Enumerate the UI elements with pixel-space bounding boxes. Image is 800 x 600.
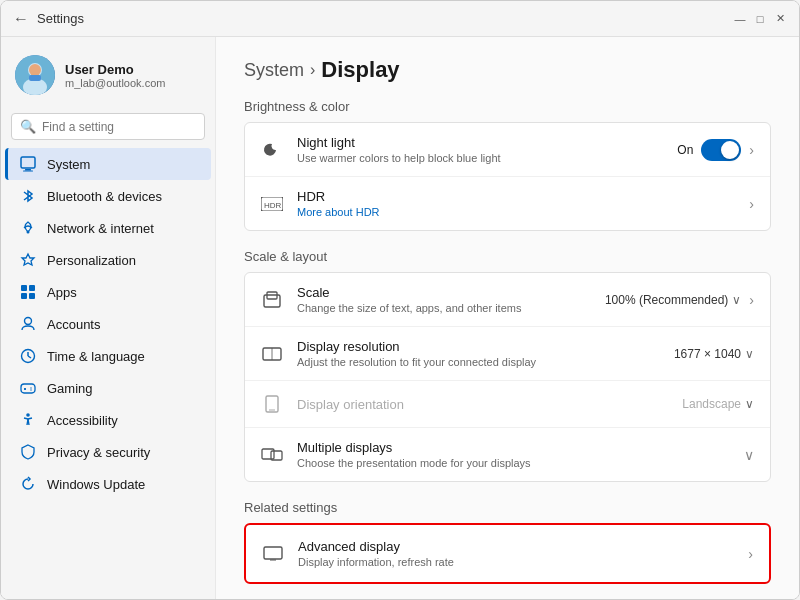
accessibility-icon xyxy=(19,411,37,429)
svg-point-13 xyxy=(25,318,32,325)
sidebar-item-personalization[interactable]: Personalization xyxy=(5,244,211,276)
sidebar-item-update[interactable]: Windows Update xyxy=(5,468,211,500)
hdr-link[interactable]: More about HDR xyxy=(297,206,380,218)
personalization-icon xyxy=(19,251,37,269)
user-email: m_lab@outlook.com xyxy=(65,77,165,89)
breadcrumb-parent[interactable]: System xyxy=(244,60,304,81)
sidebar-item-label-accessibility: Accessibility xyxy=(47,413,118,428)
sidebar-item-system[interactable]: System xyxy=(5,148,211,180)
svg-rect-17 xyxy=(21,384,35,393)
night-light-icon xyxy=(261,139,283,161)
advanced-display-text: Advanced display Display information, re… xyxy=(298,539,734,568)
scale-arrow: ∨ xyxy=(732,293,741,307)
hdr-chevron: › xyxy=(749,196,754,212)
scale-right[interactable]: 100% (Recommended) ∨ › xyxy=(605,292,754,308)
night-light-item[interactable]: Night light Use warmer colors to help bl… xyxy=(245,123,770,177)
section-title-scale: Scale & layout xyxy=(244,249,771,264)
orientation-select[interactable]: Landscape ∨ xyxy=(682,397,754,411)
close-button[interactable]: ✕ xyxy=(773,12,787,26)
orientation-text: Display orientation xyxy=(297,397,668,412)
apps-icon xyxy=(19,283,37,301)
svg-rect-11 xyxy=(21,293,27,299)
multiple-displays-item[interactable]: Multiple displays Choose the presentatio… xyxy=(245,428,770,481)
sidebar-item-accessibility[interactable]: Accessibility xyxy=(5,404,211,436)
advanced-display-item[interactable]: Advanced display Display information, re… xyxy=(246,525,769,582)
sidebar-item-label-network: Network & internet xyxy=(47,221,154,236)
night-light-toggle[interactable] xyxy=(701,139,741,161)
time-icon xyxy=(19,347,37,365)
hdr-item[interactable]: HDR HDR More about HDR › xyxy=(245,177,770,230)
search-input[interactable] xyxy=(42,120,196,134)
section-title-brightness: Brightness & color xyxy=(244,99,771,114)
minimize-button[interactable]: — xyxy=(733,12,747,26)
accounts-icon xyxy=(19,315,37,333)
resolution-item[interactable]: Display resolution Adjust the resolution… xyxy=(245,327,770,381)
hdr-title: HDR xyxy=(297,189,735,204)
bluetooth-icon xyxy=(19,187,37,205)
svg-rect-7 xyxy=(23,171,33,172)
privacy-icon xyxy=(19,443,37,461)
sidebar-item-gaming[interactable]: Gaming xyxy=(5,372,211,404)
resolution-arrow: ∨ xyxy=(745,347,754,361)
night-light-on-label: On xyxy=(677,143,693,157)
hdr-icon: HDR xyxy=(261,193,283,215)
resolution-select[interactable]: 1677 × 1040 ∨ xyxy=(674,347,754,361)
search-box[interactable]: 🔍 xyxy=(11,113,205,140)
orientation-right[interactable]: Landscape ∨ xyxy=(682,397,754,411)
resolution-right[interactable]: 1677 × 1040 ∨ xyxy=(674,347,754,361)
sidebar-item-label-system: System xyxy=(47,157,90,172)
svg-rect-33 xyxy=(264,547,282,559)
sidebar-item-network[interactable]: Network & internet xyxy=(5,212,211,244)
system-icon xyxy=(19,155,37,173)
scale-item[interactable]: Scale Change the size of text, apps, and… xyxy=(245,273,770,327)
svg-line-16 xyxy=(28,356,31,358)
user-profile: User Demo m_lab@outlook.com xyxy=(1,45,215,109)
night-light-right: On › xyxy=(677,139,754,161)
multiple-displays-expand[interactable]: ∨ xyxy=(744,447,754,463)
multiple-displays-text: Multiple displays Choose the presentatio… xyxy=(297,440,730,469)
titlebar: ← Settings — □ ✕ xyxy=(1,1,799,37)
sidebar-item-apps[interactable]: Apps xyxy=(5,276,211,308)
maximize-button[interactable]: □ xyxy=(753,12,767,26)
window-controls: — □ ✕ xyxy=(733,12,787,26)
back-button[interactable]: ← xyxy=(13,10,29,28)
multiple-displays-right: ∨ xyxy=(744,447,754,463)
sidebar-item-privacy[interactable]: Privacy & security xyxy=(5,436,211,468)
scale-card: Scale Change the size of text, apps, and… xyxy=(244,272,771,482)
scale-subtitle: Change the size of text, apps, and other… xyxy=(297,302,591,314)
scale-select[interactable]: 100% (Recommended) ∨ xyxy=(605,293,741,307)
night-light-chevron: › xyxy=(749,142,754,158)
svg-point-21 xyxy=(30,389,31,390)
multiple-displays-icon xyxy=(261,444,283,466)
gaming-icon xyxy=(19,379,37,397)
svg-text:HDR: HDR xyxy=(264,201,282,210)
advanced-display-chevron: › xyxy=(748,546,753,562)
svg-point-22 xyxy=(26,413,30,417)
advanced-display-subtitle: Display information, refresh rate xyxy=(298,556,734,568)
svg-rect-6 xyxy=(25,169,31,171)
scale-value: 100% (Recommended) xyxy=(605,293,728,307)
toggle-knob xyxy=(721,141,739,159)
sidebar-item-label-accounts: Accounts xyxy=(47,317,100,332)
sidebar-item-accounts[interactable]: Accounts xyxy=(5,308,211,340)
sidebar-item-label-personalization: Personalization xyxy=(47,253,136,268)
advanced-display-right: › xyxy=(748,546,753,562)
breadcrumb: System › Display xyxy=(244,57,771,83)
orientation-value: Landscape xyxy=(682,397,741,411)
orientation-item[interactable]: Display orientation Landscape ∨ xyxy=(245,381,770,428)
sidebar-item-label-apps: Apps xyxy=(47,285,77,300)
resolution-subtitle: Adjust the resolution to fit your connec… xyxy=(297,356,660,368)
svg-rect-10 xyxy=(29,285,35,291)
multiple-displays-subtitle: Choose the presentation mode for your di… xyxy=(297,457,730,469)
user-info: User Demo m_lab@outlook.com xyxy=(65,62,165,89)
user-name: User Demo xyxy=(65,62,165,77)
avatar xyxy=(15,55,55,95)
sidebar-item-time[interactable]: Time & language xyxy=(5,340,211,372)
sidebar-item-bluetooth[interactable]: Bluetooth & devices xyxy=(5,180,211,212)
search-icon: 🔍 xyxy=(20,119,36,134)
hdr-subtitle[interactable]: More about HDR xyxy=(297,206,735,218)
resolution-value: 1677 × 1040 xyxy=(674,347,741,361)
scale-title: Scale xyxy=(297,285,591,300)
network-icon xyxy=(19,219,37,237)
settings-window: ← Settings — □ ✕ xyxy=(0,0,800,600)
